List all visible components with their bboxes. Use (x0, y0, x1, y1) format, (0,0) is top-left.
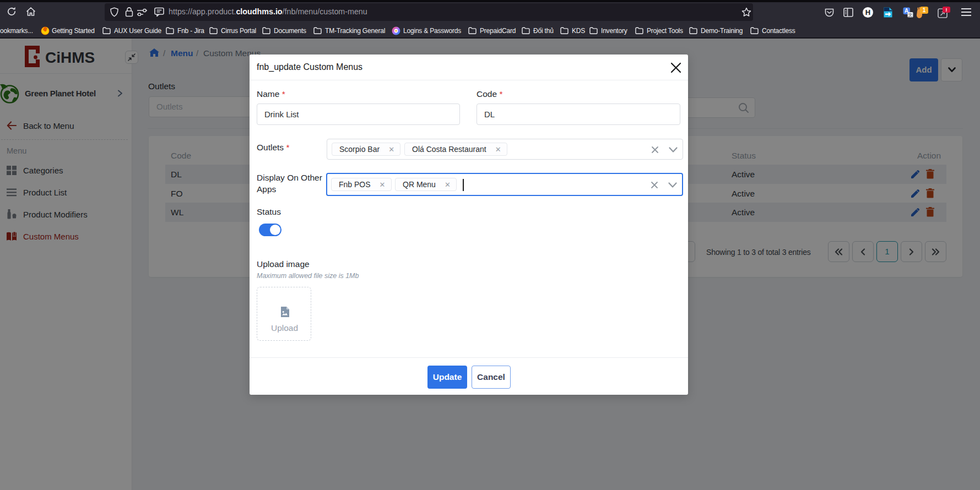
svg-text:!: ! (946, 7, 947, 13)
svg-text:1: 1 (923, 7, 926, 13)
svg-text:文: 文 (908, 13, 913, 18)
